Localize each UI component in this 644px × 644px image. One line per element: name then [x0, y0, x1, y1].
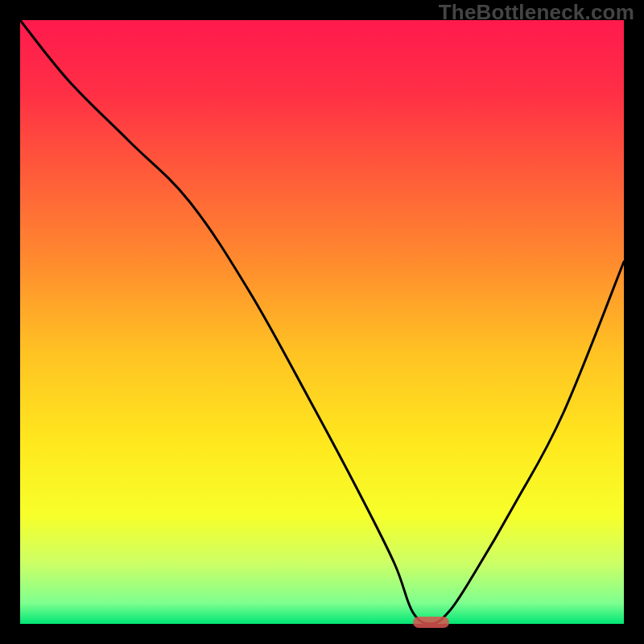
- chart-frame: TheBottleneck.com: [0, 0, 644, 644]
- bottleneck-chart: [20, 20, 624, 624]
- gradient-background: [20, 20, 624, 624]
- plot-area: [20, 20, 624, 624]
- optimal-range-marker: [413, 617, 449, 628]
